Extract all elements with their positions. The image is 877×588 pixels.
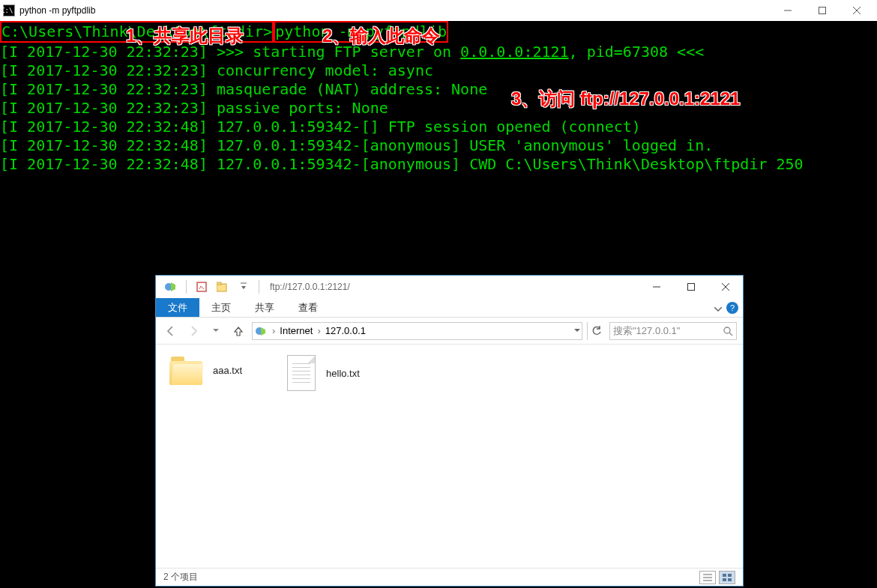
help-button[interactable]: ? bbox=[726, 302, 738, 314]
address-dropdown-icon[interactable] bbox=[574, 329, 580, 333]
back-button[interactable] bbox=[162, 322, 180, 340]
terminal-titlebar[interactable]: C:\. python -m pyftpdlib bbox=[0, 0, 877, 21]
tab-view[interactable]: 查看 bbox=[286, 298, 330, 317]
cmd-icon: C:\. bbox=[3, 4, 15, 16]
search-placeholder: 搜索"127.0.0.1" bbox=[613, 324, 723, 338]
annotation-1: 1、共享此目录 bbox=[126, 24, 244, 48]
maximize-button[interactable] bbox=[805, 0, 840, 21]
log-line: [I 2017-12-30 22:32:48] 127.0.0.1:59342-… bbox=[0, 155, 804, 173]
window-controls bbox=[771, 0, 874, 21]
svg-rect-20 bbox=[728, 574, 732, 577]
svg-rect-7 bbox=[217, 282, 221, 285]
close-button[interactable] bbox=[840, 0, 874, 21]
details-view-button[interactable] bbox=[699, 571, 716, 584]
log-line: [I 2017-12-30 22:32:23] passive ports: N… bbox=[0, 99, 388, 117]
log-line: [I 2017-12-30 22:32:23] concurrency mode… bbox=[0, 61, 433, 79]
log-line: , pid=67308 <<< bbox=[569, 43, 705, 61]
tab-share[interactable]: 共享 bbox=[243, 298, 286, 317]
refresh-button[interactable] bbox=[587, 322, 605, 340]
tab-file[interactable]: 文件 bbox=[156, 298, 199, 317]
svg-point-14 bbox=[724, 327, 730, 333]
breadcrumb-leaf[interactable]: 127.0.0.1 bbox=[322, 325, 369, 336]
forward-button[interactable] bbox=[184, 322, 202, 340]
ribbon-tabs: 文件 主页 共享 查看 ? bbox=[156, 298, 743, 318]
chevron-right-icon[interactable]: › bbox=[271, 325, 277, 336]
minimize-button[interactable] bbox=[771, 0, 805, 21]
qat-separator bbox=[259, 280, 259, 294]
search-input[interactable]: 搜索"127.0.0.1" bbox=[609, 322, 737, 340]
file-name: hello.txt bbox=[326, 368, 360, 379]
address-bar[interactable]: › Internet › 127.0.0.1 bbox=[252, 322, 582, 340]
close-button[interactable] bbox=[708, 276, 743, 298]
svg-line-15 bbox=[729, 333, 732, 336]
expand-ribbon-icon[interactable] bbox=[714, 301, 722, 315]
chevron-right-icon[interactable]: › bbox=[316, 325, 322, 336]
new-folder-icon[interactable] bbox=[214, 278, 232, 296]
log-line: [I 2017-12-30 22:32:23] masquerade (NAT)… bbox=[0, 80, 487, 98]
svg-rect-19 bbox=[723, 574, 726, 577]
folder-icon bbox=[169, 355, 202, 385]
annotation-3: 3、访问 ftp://127.0.0.1:2121 bbox=[511, 87, 740, 111]
nav-bar: › Internet › 127.0.0.1 搜索"127.0.0.1" bbox=[156, 318, 743, 345]
terminal-title: python -m pyftpdlib bbox=[19, 5, 771, 16]
svg-rect-22 bbox=[728, 578, 732, 581]
text-file-icon bbox=[287, 355, 316, 391]
annotation-2: 2、输入此命令 bbox=[322, 24, 440, 48]
breadcrumb-root[interactable]: Internet bbox=[277, 325, 316, 336]
recent-dropdown-icon[interactable] bbox=[207, 322, 225, 340]
qat-separator bbox=[186, 280, 187, 294]
maximize-button[interactable] bbox=[674, 276, 708, 298]
explorer-titlebar[interactable]: ftp://127.0.0.1:2121/ bbox=[156, 276, 743, 298]
minimize-button[interactable] bbox=[639, 276, 674, 298]
network-location-icon bbox=[254, 324, 268, 338]
log-line: 0.0.0.0:2121 bbox=[460, 43, 569, 61]
network-location-icon[interactable] bbox=[162, 278, 180, 296]
log-line: [I 2017-12-30 22:32:48] 127.0.0.1:59342-… bbox=[0, 118, 641, 136]
tab-home[interactable]: 主页 bbox=[199, 298, 243, 317]
icons-view-button[interactable] bbox=[719, 571, 735, 584]
log-line: [I 2017-12-30 22:32:48] 127.0.0.1:59342-… bbox=[0, 136, 713, 154]
search-icon bbox=[723, 326, 733, 336]
explorer-window: ftp://127.0.0.1:2121/ 文件 主页 共享 查看 ? › In… bbox=[155, 275, 744, 587]
svg-rect-1 bbox=[819, 7, 826, 14]
status-bar: 2 个项目 bbox=[156, 568, 743, 586]
item-count: 2 个项目 bbox=[163, 571, 198, 584]
list-item[interactable]: aaa.txt bbox=[169, 355, 242, 385]
svg-rect-21 bbox=[723, 578, 726, 581]
list-item[interactable]: hello.txt bbox=[287, 355, 360, 391]
svg-rect-10 bbox=[688, 284, 695, 291]
titlebar-path: ftp://127.0.0.1:2121/ bbox=[270, 282, 350, 292]
up-button[interactable] bbox=[229, 322, 247, 340]
file-name: aaa.txt bbox=[213, 365, 242, 376]
qat-dropdown-icon[interactable] bbox=[235, 278, 253, 296]
properties-icon[interactable] bbox=[193, 278, 211, 296]
file-list[interactable]: aaa.txt hello.txt bbox=[156, 345, 743, 566]
